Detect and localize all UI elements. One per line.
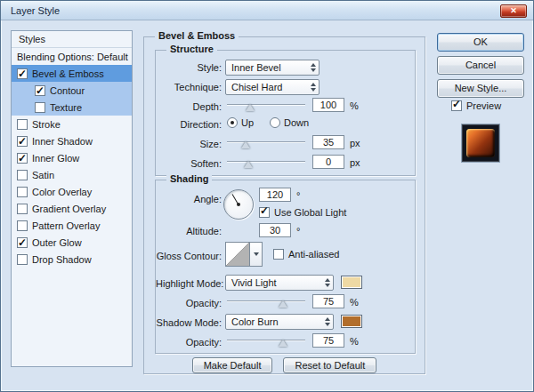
unchecked-checkbox[interactable]	[17, 119, 28, 130]
style-dropdown[interactable]: Inner Bevel	[225, 60, 320, 76]
check-icon: ✓	[452, 98, 461, 110]
style-list-item[interactable]: ✓Contour	[12, 82, 132, 99]
bevel-emboss-group-title: Bevel & Emboss	[155, 30, 239, 41]
angle-unit: °	[296, 190, 300, 201]
highlight-mode-value: Vivid Light	[231, 277, 277, 288]
gloss-contour-dropdown[interactable]	[250, 242, 263, 267]
preview-group[interactable]: ✓ Preview	[451, 100, 501, 111]
style-list-item[interactable]: Satin	[12, 166, 132, 183]
highlight-opacity-slider[interactable]	[227, 296, 305, 308]
highlight-color-swatch[interactable]	[341, 276, 362, 289]
gloss-contour-label: Gloss Contour:	[156, 251, 222, 261]
size-label: Size:	[156, 139, 222, 149]
reset-to-default-button[interactable]: Reset to Default	[283, 357, 376, 373]
style-item-label: Drop Shadow	[32, 254, 92, 265]
gloss-contour-thumbnail[interactable]	[225, 242, 250, 267]
shadow-color-swatch[interactable]	[341, 315, 362, 328]
depth-unit: %	[350, 100, 359, 111]
soften-input[interactable]: 0	[312, 155, 344, 169]
style-list-item[interactable]: Gradient Overlay	[12, 200, 132, 217]
slider-thumb-icon[interactable]	[246, 104, 255, 111]
use-global-light-group[interactable]: ✓ Use Global Light	[259, 207, 346, 218]
styles-panel: Styles Blending Options: Default✓Bevel &…	[11, 30, 133, 367]
shading-group: Shading Angle: 120 ° ✓ Use Global Light …	[155, 180, 416, 354]
checked-checkbox[interactable]: ✓	[17, 153, 28, 164]
anti-aliased-group[interactable]: Anti-aliased	[273, 249, 339, 260]
style-list-item[interactable]: ✓Inner Shadow	[12, 132, 132, 149]
style-item-label: Stroke	[32, 119, 61, 130]
direction-up-label: Up	[241, 117, 254, 128]
shadow-opacity-slider[interactable]	[227, 335, 305, 348]
style-item-label: Inner Glow	[32, 153, 79, 164]
style-item-label: Bevel & Emboss	[32, 68, 104, 79]
style-list-item[interactable]: Texture	[12, 99, 132, 116]
close-button[interactable]: ✕	[500, 4, 527, 18]
angle-input[interactable]: 120	[259, 188, 291, 202]
size-slider[interactable]	[227, 137, 305, 149]
chevron-down-icon	[254, 252, 259, 256]
style-item-label: Inner Shadow	[32, 136, 93, 147]
soften-slider[interactable]	[227, 156, 305, 169]
shadow-opacity-label: Opacity:	[156, 337, 222, 348]
style-list-item[interactable]: Drop Shadow	[12, 251, 132, 268]
make-default-button[interactable]: Make Default	[192, 357, 273, 373]
style-list-item[interactable]: Pattern Overlay	[12, 217, 132, 234]
combo-arrows-icon	[325, 317, 330, 326]
unchecked-checkbox[interactable]	[35, 102, 45, 113]
title-bar[interactable]: Layer Style	[1, 1, 533, 20]
style-item-label: Outer Glow	[32, 237, 82, 248]
unchecked-checkbox[interactable]	[17, 220, 28, 231]
slider-thumb-icon[interactable]	[244, 161, 253, 168]
check-icon: ✓	[260, 204, 269, 217]
use-global-light-checkbox[interactable]: ✓	[259, 207, 270, 218]
close-icon: ✕	[510, 6, 517, 15]
direction-up-radio[interactable]	[227, 117, 238, 128]
unchecked-checkbox[interactable]	[17, 187, 28, 197]
anti-aliased-checkbox[interactable]	[273, 249, 284, 260]
slider-track	[227, 104, 305, 106]
style-dropdown-value: Inner Bevel	[231, 62, 281, 73]
slider-thumb-icon[interactable]	[241, 141, 250, 148]
technique-dropdown[interactable]: Chisel Hard	[225, 79, 320, 95]
slider-thumb-icon[interactable]	[279, 300, 287, 308]
depth-slider[interactable]	[227, 100, 305, 112]
highlight-opacity-input[interactable]: 75	[312, 294, 344, 308]
layer-style-dialog: Layer Style ✕ Styles Blending Options: D…	[0, 0, 534, 392]
preview-checkbox[interactable]: ✓	[451, 100, 462, 111]
shadow-opacity-input[interactable]: 75	[312, 333, 344, 348]
checked-checkbox[interactable]: ✓	[17, 237, 28, 248]
ok-button[interactable]: OK	[437, 33, 524, 52]
shadow-mode-dropdown[interactable]: Color Burn	[225, 314, 334, 330]
use-global-light-label: Use Global Light	[274, 207, 346, 218]
shading-legend: Shading	[166, 173, 212, 184]
direction-down-radio[interactable]	[270, 117, 280, 128]
angle-dial[interactable]	[223, 189, 254, 220]
style-list-item[interactable]: Blending Options: Default	[12, 48, 132, 65]
window-title: Layer Style	[11, 5, 60, 16]
altitude-input[interactable]: 30	[259, 223, 291, 237]
depth-input[interactable]: 100	[312, 98, 344, 112]
size-input[interactable]: 35	[312, 135, 344, 149]
checked-checkbox[interactable]: ✓	[17, 136, 28, 147]
new-style-button[interactable]: New Style...	[437, 79, 524, 98]
unchecked-checkbox[interactable]	[17, 170, 28, 180]
direction-label: Direction:	[156, 119, 222, 130]
angle-label: Angle:	[156, 194, 222, 204]
style-list-item[interactable]: Stroke	[12, 116, 132, 132]
checked-checkbox[interactable]: ✓	[17, 68, 28, 79]
style-list-item[interactable]: ✓Inner Glow	[12, 149, 132, 166]
cancel-button[interactable]: Cancel	[437, 56, 524, 75]
unchecked-checkbox[interactable]	[17, 254, 28, 265]
style-item-label: Color Overlay	[32, 187, 92, 197]
style-list-item[interactable]: ✓Outer Glow	[12, 234, 132, 251]
slider-thumb-icon[interactable]	[279, 340, 287, 347]
checked-checkbox[interactable]: ✓	[35, 85, 45, 96]
anti-aliased-label: Anti-aliased	[288, 249, 339, 260]
highlight-mode-dropdown[interactable]: Vivid Light	[225, 275, 334, 291]
style-list-item[interactable]: ✓Bevel & Emboss	[12, 65, 132, 82]
styles-header: Styles	[12, 31, 132, 48]
unchecked-checkbox[interactable]	[17, 204, 28, 214]
style-list-item[interactable]: Color Overlay	[12, 183, 132, 200]
bevel-emboss-group: Bevel & Emboss Structure Style: Inner Be…	[143, 36, 425, 374]
shadow-mode-label: Shadow Mode:	[156, 317, 222, 328]
